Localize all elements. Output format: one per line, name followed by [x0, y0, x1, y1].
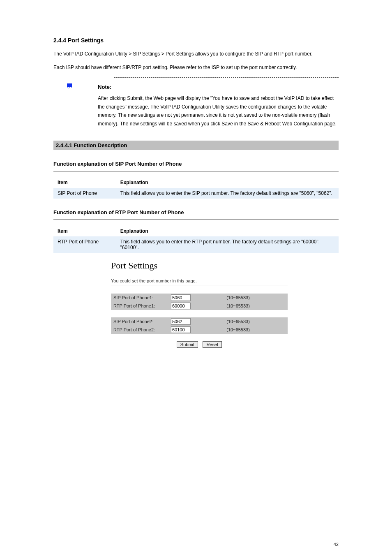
shot-rule: [111, 285, 288, 285]
table-row: SIP Port of Phone1: (10~65533): [111, 294, 288, 302]
intro-paragraph-2: Each ISP should have different SIP/RTP p…: [53, 64, 339, 72]
rtp-port-phone1-input[interactable]: [171, 303, 191, 309]
note-block: Note: After clicking Submit, the Web pag…: [66, 83, 339, 128]
rule-2: [53, 220, 339, 220]
rtp-port-phone2-range: (10~65533): [224, 326, 288, 334]
note-title: Note:: [98, 83, 111, 92]
reset-button[interactable]: Reset: [203, 341, 222, 348]
sip-port-phone1-range: (10~65533): [224, 294, 288, 302]
note-text: After clicking Submit, the Web page will…: [98, 94, 339, 128]
sip-port-phone1-label: SIP Port of Phone1:: [111, 294, 168, 302]
func1-item: SIP Port of Phone: [53, 188, 116, 199]
rule-1: [53, 171, 339, 171]
port-settings-screenshot: Port Settings You could set the port num…: [111, 260, 288, 348]
func1-table: Item Explanation SIP Port of Phone This …: [53, 177, 339, 199]
separator-top: [114, 77, 339, 78]
table-header-item: Item: [53, 177, 116, 188]
table-row: SIP Port of Phone2: (10~65533): [111, 317, 288, 326]
intro-paragraph-1: The VoIP IAD Configuration Utility > SIP…: [53, 50, 339, 58]
sip-port-phone2-label: SIP Port of Phone2:: [111, 317, 168, 326]
func1-exp: This field allows you to enter the SIP p…: [116, 188, 339, 199]
table-row: RTP Port of Phone1: (10~65533): [111, 302, 288, 310]
sip-port-phone2-input[interactable]: [171, 318, 191, 325]
subsection-title: 2.4.4.1 Function Description: [53, 141, 339, 150]
rtp-port-phone2-input[interactable]: [171, 326, 191, 333]
func1-title: Function explanation of SIP Port Number …: [53, 161, 339, 167]
table-header-exp-2: Explanation: [116, 226, 339, 236]
note-icon: [66, 83, 73, 90]
rtp-port-phone1-range: (10~65533): [224, 302, 288, 310]
submit-button[interactable]: Submit: [177, 341, 198, 348]
func2-title: Function explanation of RTP Port Number …: [53, 209, 339, 215]
func2-table: Item Explanation RTP Port of Phone This …: [53, 226, 339, 253]
port-table-2: SIP Port of Phone2: (10~65533) RTP Port …: [111, 317, 288, 334]
port-table-1: SIP Port of Phone1: (10~65533) RTP Port …: [111, 294, 288, 310]
table-header-exp: Explanation: [116, 177, 339, 188]
section-title: 2.4.4 Port Settings: [53, 37, 339, 44]
func2-exp: This field allows you to enter the RTP p…: [116, 236, 339, 253]
rtp-port-phone1-label: RTP Port of Phone1:: [111, 302, 168, 310]
shot-title: Port Settings: [111, 260, 288, 271]
sip-port-phone1-input[interactable]: [171, 294, 191, 301]
table-header-item-2: Item: [53, 226, 116, 236]
table-row: RTP Port of Phone2: (10~65533): [111, 326, 288, 334]
sip-port-phone2-range: (10~65533): [224, 317, 288, 326]
page-number: 42: [334, 542, 339, 547]
shot-subtitle: You could set the port number in this pa…: [111, 278, 288, 283]
func2-item: RTP Port of Phone: [53, 236, 116, 253]
separator-bottom: [114, 133, 339, 133]
rtp-port-phone2-label: RTP Port of Phone2:: [111, 326, 168, 334]
